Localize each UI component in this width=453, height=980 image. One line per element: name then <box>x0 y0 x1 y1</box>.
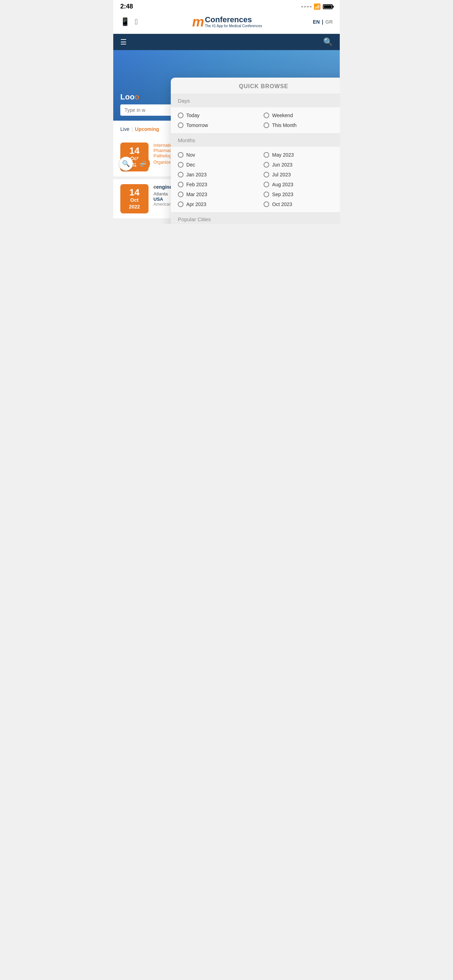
tab-upcoming[interactable]: Upcoming <box>135 126 159 132</box>
qb-month-aug2023[interactable]: Aug 2023 <box>264 181 340 188</box>
qb-month-jan2023[interactable]: Jan 2023 <box>178 171 264 178</box>
qb-days-title: Days <box>178 98 190 104</box>
card1-action-icons: 🔍 🔗 <box>119 157 150 171</box>
radio-aug2023[interactable] <box>264 182 269 187</box>
battery-icon <box>323 4 333 9</box>
radio-today[interactable] <box>178 113 183 118</box>
radio-jun2023[interactable] <box>264 162 269 167</box>
radio-oct2023[interactable] <box>264 201 269 207</box>
header-logo: m Conferences The #1 App for Medical Con… <box>141 15 313 29</box>
qb-cities-header[interactable]: Popular Cities ▲ <box>171 213 340 224</box>
radio-jan2023[interactable] <box>178 172 183 177</box>
lang-gr[interactable]: GR <box>325 19 333 25</box>
qb-days-header[interactable]: Days ▲ <box>171 94 340 107</box>
tab-live[interactable]: Live <box>120 126 129 132</box>
qb-days-section: Days ▲ Today Weekend Tomorrow T <box>171 94 340 134</box>
radio-apr2023[interactable] <box>178 201 183 207</box>
qb-header: QUICK BROWSE ✕ <box>171 78 340 94</box>
radio-tomorrow[interactable] <box>178 123 183 128</box>
status-icons: 📶 <box>301 3 333 10</box>
unlink-button[interactable]: 🔗 <box>136 157 150 171</box>
app-header: 📱  m Conferences The #1 App for Medical… <box>113 12 340 34</box>
date-day-2: 14 <box>129 188 140 197</box>
date-day-1: 14 <box>129 146 140 155</box>
radio-jul2023[interactable] <box>264 172 269 177</box>
radio-may2023[interactable] <box>264 152 269 158</box>
lang-en[interactable]: EN <box>313 19 319 25</box>
qb-title: QUICK BROWSE <box>239 83 288 90</box>
status-bar: 2:48 📶 <box>113 0 340 12</box>
radio-thismonth[interactable] <box>264 123 269 128</box>
logo-conferences: Conferences <box>205 16 262 24</box>
search-icon[interactable]: 🔍 <box>323 37 333 46</box>
radio-feb2023[interactable] <box>178 182 183 187</box>
lang-switch[interactable]: EN | GR <box>313 19 333 25</box>
qb-option-tomorrow[interactable]: Tomorrow <box>178 121 264 129</box>
tab-sep1: | <box>132 126 133 132</box>
qb-months-title: Months <box>178 137 195 143</box>
radio-sep2023[interactable] <box>264 192 269 197</box>
qb-month-jul2023[interactable]: Jul 2023 <box>264 171 340 178</box>
qb-month-oct2023[interactable]: Oct 2023 <box>264 200 340 208</box>
status-time: 2:48 <box>120 3 133 10</box>
logo-m: m <box>192 15 204 29</box>
qb-month-feb2023[interactable]: Feb 2023 <box>178 181 264 188</box>
qb-cities-title: Popular Cities <box>178 216 211 222</box>
qb-month-mar2023[interactable]: Mar 2023 <box>178 191 264 198</box>
qb-option-weekend[interactable]: Weekend <box>264 111 340 119</box>
date-badge-2: 14 Oct 2022 <box>120 184 149 213</box>
date-month-2: Oct <box>130 197 138 203</box>
radio-nov[interactable] <box>178 152 183 158</box>
wifi-icon: 📶 <box>314 3 321 10</box>
quick-browse-panel: QUICK BROWSE ✕ Days ▲ Today Weekend <box>171 78 340 224</box>
qb-days-options: Today Weekend Tomorrow This Month <box>171 107 340 134</box>
qb-month-jun2023[interactable]: Jun 2023 <box>264 161 340 169</box>
radio-dec[interactable] <box>178 162 183 167</box>
date-year-2: 2022 <box>129 204 140 210</box>
qb-months-section: Months ▲ Nov May 2023 Dec Jun 2023 Jan 2… <box>171 134 340 212</box>
qb-month-sep2023[interactable]: Sep 2023 <box>264 191 340 198</box>
qb-month-apr2023[interactable]: Apr 2023 <box>178 200 264 208</box>
qb-month-nov[interactable]: Nov <box>178 151 264 159</box>
qb-month-dec[interactable]: Dec <box>178 161 264 169</box>
qb-cities-section: Popular Cities ▲ Athens Barcelona London… <box>171 212 340 224</box>
qb-month-may2023[interactable]: May 2023 <box>264 151 340 159</box>
apple-icon[interactable]:  <box>135 17 138 27</box>
qb-option-thismonth[interactable]: This Month <box>264 121 340 129</box>
nav-bar: ☰ 🔍 <box>113 34 340 50</box>
radio-mar2023[interactable] <box>178 192 183 197</box>
qb-months-options: Nov May 2023 Dec Jun 2023 Jan 2023 Jul 2… <box>171 147 340 212</box>
hamburger-button[interactable]: ☰ <box>120 38 127 46</box>
qb-option-today[interactable]: Today <box>178 111 264 119</box>
signal-dots-icon <box>301 6 312 7</box>
qb-months-header[interactable]: Months ▲ <box>171 134 340 147</box>
android-icon[interactable]: 📱 <box>120 17 130 27</box>
lang-separator: | <box>322 19 323 25</box>
logo-subtitle: The #1 App for Medical Conferences <box>205 24 262 28</box>
zoom-button[interactable]: 🔍 <box>119 157 133 171</box>
radio-weekend[interactable] <box>264 113 269 118</box>
